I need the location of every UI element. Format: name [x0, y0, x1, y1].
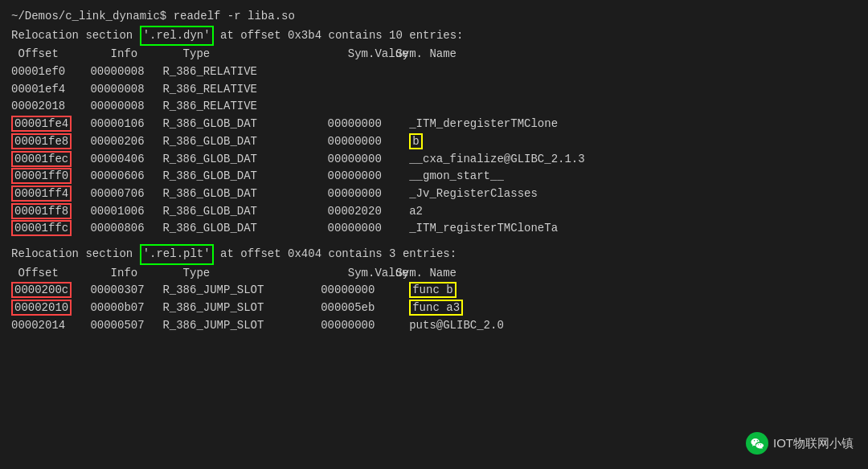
offset-cell: 00001ef0	[11, 63, 84, 81]
type-cell: R_386_GLOB_DAT	[156, 186, 301, 203]
table-row: 00001fe8 00000206 R_386_GLOB_DAT 0000000…	[11, 133, 857, 151]
symval-cell: 00000000	[301, 116, 389, 133]
watermark: IOT物联网小镇	[746, 432, 854, 455]
rel-plt-col-headers: Offset Info Type Sym.Value Sym. Name	[11, 265, 857, 283]
table-row: 00002010 00000b07 R_386_JUMP_SLOT 000005…	[11, 300, 857, 317]
info-cell: 00000307	[84, 282, 156, 300]
offset-cell: 00002014	[11, 317, 84, 335]
table-row: 00001fe4 00000106 R_386_GLOB_DAT 0000000…	[11, 116, 857, 133]
symval-cell: 00000000	[301, 151, 389, 169]
table-row: 00001ffc 00000806 R_386_GLOB_DAT 0000000…	[11, 220, 857, 238]
symname-cell: b	[389, 133, 423, 151]
terminal: ~/Demos/c_link_dynamic$ readelf -r liba.…	[0, 0, 868, 469]
type-cell: R_386_JUMP_SLOT	[156, 300, 301, 317]
col-offset-2: Offset	[11, 265, 84, 283]
symname-cell: a2	[389, 203, 423, 221]
info-cell: 00000507	[84, 317, 156, 335]
rel-dyn-label: '.rel.dyn'	[140, 26, 214, 47]
symval-cell: 00000000	[301, 168, 389, 186]
table-row: 0000200c 00000307 R_386_JUMP_SLOT 000000…	[11, 282, 857, 300]
info-cell: 00000406	[84, 151, 156, 169]
info-cell: 00000606	[84, 168, 156, 186]
info-cell: 00000706	[84, 186, 156, 203]
table-row: 00001ff4 00000706 R_386_GLOB_DAT 0000000…	[11, 186, 857, 203]
col-symname-1: Sym. Name	[389, 46, 457, 63]
rel-plt-label: '.rel.plt'	[140, 244, 214, 265]
info-cell: 00000806	[84, 220, 156, 238]
col-symname-2: Sym. Name	[389, 265, 457, 283]
type-cell: R_386_GLOB_DAT	[156, 151, 301, 169]
command-line: ~/Demos/c_link_dynamic$ readelf -r liba.…	[11, 8, 857, 26]
offset-cell-red: 00001ff8	[11, 203, 72, 219]
symname-cell: puts@GLIBC_2.0	[389, 317, 504, 335]
rel-dyn-header: Relocation section '.rel.dyn' at offset …	[11, 26, 857, 47]
col-info-1: Info	[84, 46, 156, 63]
symname-cell: _Jv_RegisterClasses	[389, 186, 538, 203]
offset-cell-red: 00001ff4	[11, 186, 72, 202]
symval-cell: 00000000	[301, 186, 389, 203]
symval-cell: 00000000	[301, 220, 389, 238]
symname-cell: __gmon_start__	[389, 168, 504, 186]
info-cell: 00000008	[84, 63, 156, 81]
table-row: 00002018 00000008 R_386_RELATIVE	[11, 98, 857, 116]
symval-cell: 00000000	[301, 133, 389, 151]
command: readelf -r liba.so	[174, 8, 295, 26]
table-row: 00001ef0 00000008 R_386_RELATIVE	[11, 63, 857, 81]
table-row: 00002014 00000507 R_386_JUMP_SLOT 000000…	[11, 317, 857, 335]
symval-cell: 000005eb	[301, 300, 389, 317]
type-cell: R_386_GLOB_DAT	[156, 168, 301, 186]
wechat-icon	[746, 432, 768, 455]
table-row: 00001fec 00000406 R_386_GLOB_DAT 0000000…	[11, 151, 857, 169]
symname-cell: _ITM_registerTMCloneTa	[389, 220, 558, 238]
info-cell: 00000106	[84, 116, 156, 133]
watermark-text: IOT物联网小镇	[773, 436, 854, 451]
symval-cell: 00000000	[301, 282, 389, 300]
symval-cell: 00002020	[301, 203, 389, 221]
col-symval-2: Sym.Value	[301, 265, 389, 283]
rel-plt-header: Relocation section '.rel.plt' at offset …	[11, 244, 857, 265]
symname-yellow: func a3	[409, 300, 463, 316]
type-cell: R_386_GLOB_DAT	[156, 133, 301, 151]
type-cell: R_386_RELATIVE	[156, 81, 301, 99]
prompt: ~/Demos/c_link_dynamic$	[11, 8, 174, 26]
col-info-2: Info	[84, 265, 156, 283]
type-cell: R_386_RELATIVE	[156, 98, 301, 116]
rel-plt-suffix: at offset 0x404 contains 3 entries:	[214, 246, 457, 263]
col-offset-1: Offset	[11, 46, 84, 63]
symname-cell: _ITM_deregisterTMClone	[389, 116, 558, 133]
info-cell: 00000008	[84, 98, 156, 116]
offset-cell-red: 00001fe8	[11, 133, 72, 149]
offset-cell-red: 00002010	[11, 300, 72, 316]
table-row: 00001ff0 00000606 R_386_GLOB_DAT 0000000…	[11, 168, 857, 186]
rel-dyn-prefix: Relocation section	[11, 27, 140, 45]
type-cell: R_386_GLOB_DAT	[156, 220, 301, 238]
type-cell: R_386_GLOB_DAT	[156, 203, 301, 221]
offset-cell: 00002018	[11, 98, 84, 116]
rel-dyn-suffix: at offset 0x3b4 contains 10 entries:	[214, 27, 464, 45]
symname-yellow: b	[409, 133, 422, 149]
offset-cell-red: 00001fe4	[11, 116, 72, 132]
rel-dyn-col-headers: Offset Info Type Sym.Value Sym. Name	[11, 46, 857, 63]
table-row: 00001ff8 00001006 R_386_GLOB_DAT 0000202…	[11, 203, 857, 221]
info-cell: 00001006	[84, 203, 156, 221]
type-cell: R_386_JUMP_SLOT	[156, 282, 301, 300]
offset-cell: 00001ef4	[11, 81, 84, 99]
col-type-2: Type	[156, 265, 301, 283]
table-row: 00001ef4 00000008 R_386_RELATIVE	[11, 81, 857, 99]
type-cell: R_386_JUMP_SLOT	[156, 317, 301, 335]
info-cell: 00000b07	[84, 300, 156, 317]
col-type-1: Type	[156, 46, 301, 63]
offset-cell-red: 00001ffc	[11, 220, 72, 236]
symname-cell: func b	[389, 282, 457, 300]
rel-plt-prefix: Relocation section	[11, 246, 140, 263]
offset-cell-red: 00001fec	[11, 151, 72, 167]
offset-cell-red: 0000200c	[11, 282, 72, 298]
info-cell: 00000008	[84, 81, 156, 99]
type-cell: R_386_RELATIVE	[156, 63, 301, 81]
col-symval-1: Sym.Value	[301, 46, 389, 63]
symname-cell: func a3	[389, 300, 463, 317]
type-cell: R_386_GLOB_DAT	[156, 116, 301, 133]
symval-cell: 00000000	[301, 317, 389, 335]
symname-cell: __cxa_finalize@GLIBC_2.1.3	[389, 151, 585, 169]
info-cell: 00000206	[84, 133, 156, 151]
